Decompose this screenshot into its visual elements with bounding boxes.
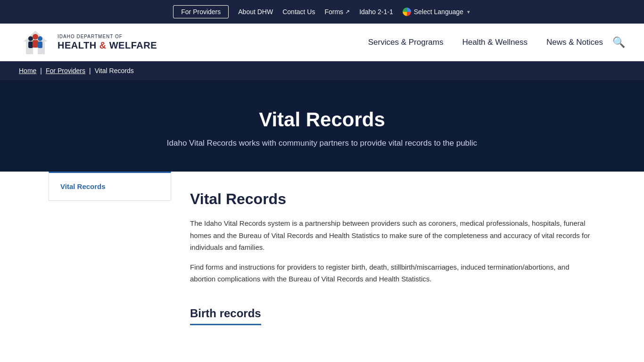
svg-point-1 [28, 36, 33, 41]
hero-section: Vital Records Idaho Vital Records works … [0, 80, 644, 172]
search-button[interactable]: 🔍 [612, 36, 625, 49]
contact-us-link[interactable]: Contact Us [282, 8, 315, 16]
nav-services-programs[interactable]: Services & Programs [368, 38, 444, 47]
about-dhw-link[interactable]: About DHW [238, 8, 273, 16]
hero-subtitle: Idaho Vital Records works with community… [19, 139, 625, 148]
hero-title: Vital Records [19, 108, 625, 131]
breadcrumb: Home | For Providers | Vital Records [0, 61, 644, 80]
side-nav-vital-records[interactable]: Vital Records [60, 182, 106, 190]
search-icon: 🔍 [612, 36, 625, 48]
breadcrumb-separator-2: | [89, 67, 91, 74]
main-navigation: IDAHO DEPARTMENT OF HEALTH & WELFARE Ser… [0, 24, 644, 61]
nav-health-wellness[interactable]: Health & Wellness [462, 38, 528, 47]
svg-rect-2 [28, 41, 33, 48]
forms-link[interactable]: Forms ↗ [324, 8, 350, 16]
external-link-icon: ↗ [345, 8, 350, 15]
select-language-label: Select Language [414, 8, 463, 16]
ampersand: & [99, 40, 109, 50]
logo-line1: IDAHO DEPARTMENT OF [58, 34, 157, 40]
primary-nav: Services & Programs Health & Wellness Ne… [368, 38, 603, 47]
top-bar: For Providers About DHW Contact Us Forms… [0, 0, 644, 24]
breadcrumb-home[interactable]: Home [19, 67, 36, 74]
main-paragraph-1: The Idaho Vital Records system is a part… [190, 217, 595, 254]
google-icon [403, 8, 411, 16]
site-logo[interactable]: IDAHO DEPARTMENT OF HEALTH & WELFARE [19, 28, 157, 57]
svg-rect-4 [33, 40, 38, 48]
nav-news-notices[interactable]: News & Notices [546, 38, 603, 47]
svg-point-5 [38, 36, 42, 41]
language-selector[interactable]: Select Language ▼ [403, 8, 471, 16]
main-heading: Vital Records [190, 190, 595, 208]
content-area: Vital Records Vital Records The Idaho Vi… [39, 172, 605, 344]
svg-point-3 [33, 34, 38, 40]
breadcrumb-current: Vital Records [95, 67, 134, 74]
logo-svg [19, 28, 52, 57]
logo-text: IDAHO DEPARTMENT OF HEALTH & WELFARE [58, 34, 157, 51]
main-content: Vital Records The Idaho Vital Records sy… [190, 186, 595, 330]
logo-line2: HEALTH & WELFARE [58, 40, 157, 51]
for-providers-button[interactable]: For Providers [173, 5, 229, 18]
breadcrumb-for-providers[interactable]: For Providers [46, 67, 85, 74]
idaho-211-link[interactable]: Idaho 2-1-1 [359, 8, 393, 16]
chevron-down-icon: ▼ [466, 9, 471, 15]
side-nav-card: Vital Records [49, 172, 171, 201]
breadcrumb-separator-1: | [40, 67, 42, 74]
main-paragraph-2: Find forms and instructions for provider… [190, 261, 595, 285]
svg-rect-6 [38, 41, 42, 48]
birth-records-heading: Birth records [190, 307, 261, 325]
